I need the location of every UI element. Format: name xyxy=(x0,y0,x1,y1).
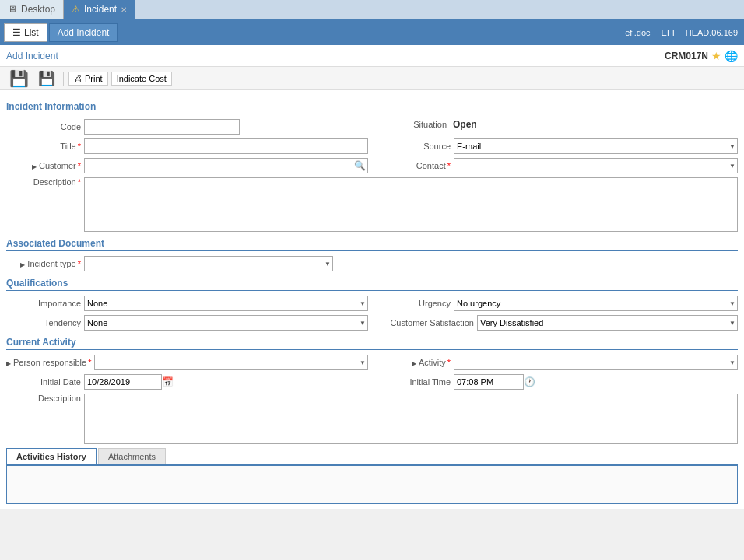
situation-label: Situation xyxy=(372,120,450,129)
tab-attachments[interactable]: Attachments xyxy=(98,448,166,464)
urgency-field: Urgency No urgency Low Medium High ▼ xyxy=(376,296,738,311)
breadcrumb-right: CRM017N ★ 🌐 xyxy=(665,50,738,62)
globe-icon[interactable]: 🌐 xyxy=(725,50,738,62)
activity-description-label: Description xyxy=(6,394,84,403)
urgency-select-wrapper: No urgency Low Medium High ▼ xyxy=(454,296,738,311)
activity-field: Activity ▼ xyxy=(376,355,738,370)
title-input[interactable] xyxy=(84,138,368,154)
desktop-icon: 🖥 xyxy=(8,4,17,15)
clock-icon[interactable]: 🕐 xyxy=(524,376,535,387)
tendency-field: Tendency None Improving Stable Worsening… xyxy=(6,315,368,331)
tab-incident[interactable]: ⚠ Incident ✕ xyxy=(64,0,135,19)
associated-doc-header: Associated Document xyxy=(6,238,738,251)
initial-date-input[interactable] xyxy=(84,374,162,390)
title-field: Title xyxy=(6,138,368,154)
current-activity-header: Current Activity xyxy=(6,337,738,350)
importance-select[interactable]: None Low Medium High xyxy=(84,296,368,311)
incident-type-select[interactable] xyxy=(84,256,333,271)
indicate-cost-button[interactable]: Indicate Cost xyxy=(111,72,172,86)
incident-type-label: Incident type xyxy=(6,259,84,268)
calendar-icon[interactable]: 📅 xyxy=(162,376,174,387)
person-responsible-select[interactable] xyxy=(94,355,368,370)
toolbar-info: efi.doc EFI HEAD.06.169 xyxy=(623,28,740,37)
customer-input-wrapper: 🔍 xyxy=(84,158,368,173)
incident-info-header: Incident Information xyxy=(6,101,738,114)
activity-label: Activity xyxy=(376,358,454,367)
person-select-wrapper: ▼ xyxy=(94,355,368,370)
tendency-select[interactable]: None Improving Stable Worsening xyxy=(84,315,368,331)
browser-tabs: 🖥 Desktop ⚠ Incident ✕ xyxy=(0,0,744,20)
initial-time-field: Initial Time 🕐 xyxy=(376,374,738,390)
activity-select[interactable] xyxy=(454,355,738,370)
contact-label: Contact xyxy=(376,161,454,170)
tab-activities-history[interactable]: Activities History xyxy=(6,448,97,464)
activity-description-textarea[interactable] xyxy=(84,394,738,444)
qualifications-header: Qualifications xyxy=(6,278,738,291)
list-label: List xyxy=(24,27,39,38)
main-toolbar: ☰ List Add Incident efi.doc EFI HEAD.06.… xyxy=(0,20,744,45)
initial-time-input[interactable] xyxy=(454,374,524,390)
customer-field: Customer 🔍 xyxy=(6,158,368,173)
save-alt-button[interactable]: 💾 xyxy=(35,70,58,87)
contact-select[interactable] xyxy=(454,158,738,173)
print-button[interactable]: 🖨 Print xyxy=(68,72,108,86)
urgency-select[interactable]: No urgency Low Medium High xyxy=(454,296,738,311)
situation-value: Open xyxy=(453,119,477,130)
source-field: Source E-mail Phone Web In Person ▼ xyxy=(376,138,738,154)
code-field: Code xyxy=(6,119,372,135)
list-icon: ☰ xyxy=(12,27,21,38)
add-incident-label: Add Incident xyxy=(58,27,110,38)
tab-incident-close[interactable]: ✕ xyxy=(121,5,127,14)
initial-date-wrapper: 📅 xyxy=(84,374,368,390)
separator-1 xyxy=(63,72,64,86)
customer-search-icon[interactable]: 🔍 xyxy=(354,160,366,171)
add-incident-button[interactable]: Add Incident xyxy=(49,23,118,42)
incident-type-select-wrapper: ▼ xyxy=(84,256,333,271)
title-source-row: Title Source E-mail Phone Web In Person … xyxy=(6,138,738,154)
code-situation-row: Code Situation Open xyxy=(6,119,738,135)
save-alt-icon: 💾 xyxy=(38,70,55,87)
initial-time-label: Initial Time xyxy=(376,377,454,387)
incident-type-field: Incident type ▼ xyxy=(6,256,738,271)
save-disk-icon: 💾 xyxy=(9,69,29,88)
action-bar: 💾 💾 🖨 Print Indicate Cost xyxy=(0,67,744,90)
customer-contact-row: Customer 🔍 Contact ▼ xyxy=(6,158,738,173)
source-label: Source xyxy=(376,142,454,151)
source-select[interactable]: E-mail Phone Web In Person xyxy=(454,138,738,154)
description-label: Description xyxy=(6,177,84,187)
importance-urgency-row: Importance None Low Medium High ▼ Urgenc… xyxy=(6,296,738,311)
version: HEAD.06.169 xyxy=(683,28,740,37)
app-name: efi.doc xyxy=(623,28,652,37)
customer-input[interactable] xyxy=(84,158,368,173)
attachments-label: Attachments xyxy=(108,452,156,461)
bottom-tabs: Activities History Attachments xyxy=(6,448,738,465)
breadcrumb: Add Incident xyxy=(6,51,58,61)
urgency-label: Urgency xyxy=(376,299,454,308)
person-activity-row: Person responsible ▼ Activity ▼ xyxy=(6,355,738,370)
breadcrumb-bar: Add Incident CRM017N ★ 🌐 xyxy=(0,45,744,67)
main-content: Incident Information Code Situation Open… xyxy=(0,90,744,509)
initial-date-label: Initial Date xyxy=(6,377,84,387)
importance-label: Importance xyxy=(6,299,84,308)
contact-select-wrapper: ▼ xyxy=(454,158,738,173)
favorite-icon[interactable]: ★ xyxy=(711,50,721,62)
importance-select-wrapper: None Low Medium High ▼ xyxy=(84,296,368,311)
tab-desktop[interactable]: 🖥 Desktop xyxy=(0,0,64,19)
tendency-satisfaction-row: Tendency None Improving Stable Worsening… xyxy=(6,315,738,331)
date-time-row: Initial Date 📅 Initial Time 🕐 xyxy=(6,374,738,390)
title-label: Title xyxy=(6,142,84,151)
save-button[interactable]: 💾 xyxy=(6,69,32,88)
crm-code: CRM017N xyxy=(665,51,708,61)
list-button[interactable]: ☰ List xyxy=(4,23,47,42)
satisfaction-select-wrapper: Very Dissatisfied Dissatisfied Neutral S… xyxy=(477,315,738,331)
customer-satisfaction-label: Customer Satisfaction xyxy=(376,318,477,327)
description-textarea[interactable] xyxy=(84,177,738,232)
incident-type-row: Incident type ▼ xyxy=(6,256,738,271)
contact-field: Contact ▼ xyxy=(376,158,738,173)
env-name: EFI xyxy=(659,28,677,37)
code-input[interactable] xyxy=(84,119,240,135)
satisfaction-select[interactable]: Very Dissatisfied Dissatisfied Neutral S… xyxy=(477,315,738,331)
code-label: Code xyxy=(6,122,84,131)
initial-time-wrapper: 🕐 xyxy=(454,374,738,390)
customer-satisfaction-field: Customer Satisfaction Very Dissatisfied … xyxy=(376,315,738,331)
